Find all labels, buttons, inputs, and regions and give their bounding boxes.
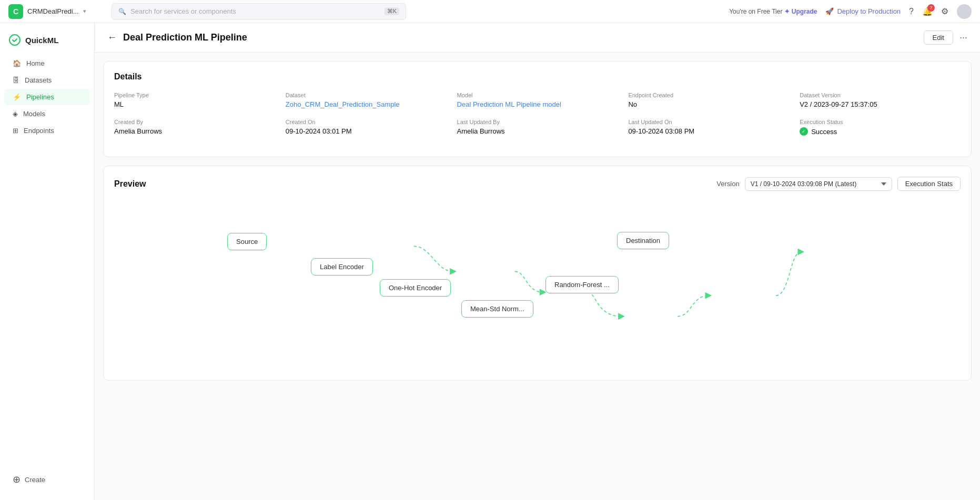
deploy-icon: 🚀 [825, 7, 834, 15]
sidebar-item-pipelines-label: Pipelines [26, 93, 54, 101]
details-section: Details Pipeline Type ML Dataset Zoho_CR… [103, 61, 972, 157]
status-dot-icon: ✓ [800, 127, 808, 136]
sidebar-item-pipelines[interactable]: ⚡ Pipelines [4, 89, 90, 105]
sidebar-footer: ⊕ Create [0, 465, 94, 494]
sidebar-item-models[interactable]: ◈ Models [4, 106, 90, 122]
home-icon: 🏠 [13, 59, 21, 67]
detail-created-by: Created By Amelia Burrows [114, 119, 275, 136]
endpoints-icon: ⊞ [13, 127, 18, 135]
notifications-button[interactable]: 🔔 7 [922, 6, 933, 16]
svg-point-0 [9, 35, 20, 45]
layout: QuickML 🏠 Home 🗄 Datasets ⚡ Pipelines ◈ … [0, 23, 980, 500]
pipeline-node-random-forest[interactable]: Random-Forest ... [545, 276, 619, 293]
search-bar[interactable]: 🔍 Search for services or components ⌘K [112, 3, 406, 20]
execution-stats-button[interactable]: Execution Stats [897, 177, 961, 191]
preview-header: Preview Version V1 / 09-10-2024 03:09:08… [114, 177, 961, 191]
topbar: C CRMDealPredi... ▾ 🔍 Search for service… [0, 0, 980, 23]
sidebar-nav: 🏠 Home 🗄 Datasets ⚡ Pipelines ◈ Models ⊞… [0, 55, 94, 465]
last-updated-by-label: Last Updated By [457, 119, 618, 125]
detail-dataset: Dataset Zoho_CRM_Deal_Prediction_Sample [286, 92, 447, 108]
dataset-value[interactable]: Zoho_CRM_Deal_Prediction_Sample [286, 100, 447, 108]
sidebar-brand-name: QuickML [25, 36, 58, 45]
detail-execution-status: Execution Status ✓ Success [800, 119, 961, 136]
app-logo: C [8, 4, 23, 19]
version-select[interactable]: V1 / 09-10-2024 03:09:08 PM (Latest) [745, 177, 892, 191]
sidebar-item-home[interactable]: 🏠 Home [4, 55, 90, 72]
details-row-2: Created By Amelia Burrows Created On 09-… [114, 119, 961, 136]
create-button[interactable]: ⊕ Create [4, 470, 90, 489]
app-chevron-icon: ▾ [83, 8, 86, 15]
execution-status-value: Success [811, 128, 837, 136]
page-header-right: Edit ··· [924, 30, 967, 45]
sidebar-item-endpoints[interactable]: ⊞ Endpoints [4, 123, 90, 139]
pipeline-node-one-hot[interactable]: One-Hot Encoder [380, 279, 451, 297]
app-identifier: C CRMDealPredi... ▾ [8, 4, 103, 19]
detail-endpoint-created: Endpoint Created No [628, 92, 789, 108]
back-button[interactable]: ← [107, 32, 117, 43]
pipeline-node-source[interactable]: Source [227, 233, 267, 250]
search-placeholder: Search for services or components [130, 7, 236, 15]
sidebar-item-home-label: Home [26, 59, 45, 67]
pipeline-type-value: ML [114, 100, 275, 108]
pipeline-canvas: Source Label Encoder One-Hot Encoder Mea… [114, 201, 961, 370]
version-label: Version [716, 180, 739, 188]
detail-last-updated-on: Last Updated On 09-10-2024 03:08 PM [628, 119, 789, 136]
help-button[interactable]: ? [909, 7, 914, 16]
dataset-version-label: Dataset Version [800, 92, 961, 98]
detail-dataset-version: Dataset Version V2 / 2023-09-27 15:37:05 [800, 92, 961, 108]
created-on-label: Created On [286, 119, 447, 125]
create-label: Create [25, 476, 45, 484]
details-title: Details [114, 72, 961, 81]
topbar-right: You're on Free Tier ✦ Upgrade 🚀 Deploy t… [729, 4, 972, 19]
page-header: ← Deal Prediction ML Pipeline Edit ··· [95, 23, 980, 53]
dataset-label: Dataset [286, 92, 447, 98]
execution-status-badge: ✓ Success [800, 127, 961, 136]
sidebar-item-datasets-label: Datasets [25, 76, 52, 84]
sidebar-item-datasets[interactable]: 🗄 Datasets [4, 72, 90, 88]
avatar[interactable] [957, 4, 972, 19]
last-updated-on-label: Last Updated On [628, 119, 789, 125]
sidebar-item-models-label: Models [23, 110, 45, 118]
pipeline-type-label: Pipeline Type [114, 92, 275, 98]
last-updated-by-value: Amelia Burrows [457, 127, 618, 135]
version-selector: Version V1 / 09-10-2024 03:09:08 PM (Lat… [716, 177, 961, 191]
upgrade-link[interactable]: ✦ Upgrade [784, 8, 817, 15]
detail-model: Model Deal Prediction ML Pipeline model [457, 92, 618, 108]
deploy-button[interactable]: 🚀 Deploy to Production [825, 7, 901, 15]
edit-button[interactable]: Edit [924, 30, 953, 45]
detail-pipeline-type: Pipeline Type ML [114, 92, 275, 108]
endpoint-created-value: No [628, 100, 789, 108]
last-updated-on-value: 09-10-2024 03:08 PM [628, 127, 789, 135]
pipeline-node-destination[interactable]: Destination [617, 232, 669, 249]
settings-button[interactable]: ⚙ [941, 6, 948, 16]
pipeline-arrows-svg [114, 201, 961, 370]
pipeline-node-mean-std[interactable]: Mean-Std Norm... [461, 300, 533, 318]
detail-last-updated-by: Last Updated By Amelia Burrows [457, 119, 618, 136]
create-icon: ⊕ [13, 474, 21, 485]
tier-badge: You're on Free Tier ✦ Upgrade [729, 8, 817, 15]
main-content: ← Deal Prediction ML Pipeline Edit ··· D… [95, 23, 980, 500]
notification-count: 7 [927, 4, 935, 12]
execution-status-label: Execution Status [800, 119, 961, 125]
search-shortcut: ⌘K [385, 7, 399, 15]
pipeline-node-label-encoder[interactable]: Label Encoder [311, 258, 373, 275]
details-row-1: Pipeline Type ML Dataset Zoho_CRM_Deal_P… [114, 92, 961, 108]
more-options-button[interactable]: ··· [959, 32, 967, 43]
tier-text: You're on Free Tier [729, 8, 782, 15]
search-icon: 🔍 [118, 8, 126, 15]
created-by-value: Amelia Burrows [114, 127, 275, 135]
sidebar-brand: QuickML [0, 29, 94, 55]
models-icon: ◈ [13, 110, 18, 118]
sidebar-item-endpoints-label: Endpoints [24, 127, 54, 135]
sidebar: QuickML 🏠 Home 🗄 Datasets ⚡ Pipelines ◈ … [0, 23, 95, 500]
page-title: Deal Prediction ML Pipeline [123, 32, 247, 43]
preview-section: Preview Version V1 / 09-10-2024 03:09:08… [103, 166, 972, 381]
created-on-value: 09-10-2024 03:01 PM [286, 127, 447, 135]
preview-title: Preview [114, 179, 146, 189]
endpoint-created-label: Endpoint Created [628, 92, 789, 98]
model-value[interactable]: Deal Prediction ML Pipeline model [457, 100, 618, 108]
page-header-left: ← Deal Prediction ML Pipeline [107, 32, 247, 43]
detail-created-on: Created On 09-10-2024 03:01 PM [286, 119, 447, 136]
dataset-version-value: V2 / 2023-09-27 15:37:05 [800, 100, 961, 108]
datasets-icon: 🗄 [13, 76, 19, 84]
